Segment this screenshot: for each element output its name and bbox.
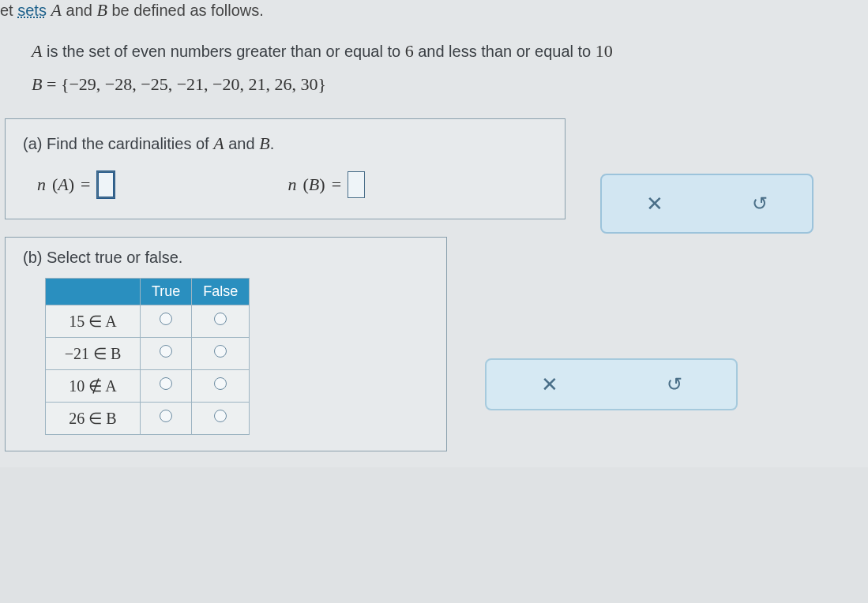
radio-false[interactable] (214, 377, 227, 390)
intro-line: et sets A and B be defined as follows. (0, 0, 868, 27)
def-B: B = {−29, −28, −25, −21, −20, 21, 26, 30… (32, 68, 868, 101)
radio-false[interactable] (214, 313, 227, 325)
table-header-false: False (192, 278, 250, 305)
var-A: A (51, 0, 62, 20)
reset-icon[interactable]: ↺ (667, 373, 682, 395)
nB-expression: n (B) = (288, 171, 366, 198)
row-expr: 26 ∈ B (46, 402, 141, 434)
radio-true[interactable] (160, 377, 172, 390)
table-header-blank (46, 278, 141, 305)
radio-false[interactable] (214, 345, 227, 358)
row-expr: 15 ∈ A (46, 305, 141, 337)
toolbox-a: ✕ ↺ (600, 174, 814, 234)
part-a-box: (a) Find the cardinalities of A and B. n… (5, 118, 566, 219)
row-expr: 10 ∉ A (46, 369, 141, 402)
close-icon[interactable]: ✕ (646, 192, 663, 216)
table-row: 15 ∈ A (46, 305, 250, 337)
radio-false[interactable] (214, 410, 227, 422)
part-b-box: (b) Select true or false. True False 15 … (5, 237, 447, 451)
radio-true[interactable] (160, 345, 172, 358)
radio-true[interactable] (160, 410, 172, 422)
intro-prefix: et (0, 2, 17, 19)
toolbox-b: ✕ ↺ (485, 358, 738, 410)
var-B: B (96, 0, 107, 20)
part-a-question: (a) Find the cardinalities of A and B. (23, 133, 550, 154)
part-b-question: (b) Select true or false. (23, 249, 432, 267)
close-icon[interactable]: ✕ (541, 373, 558, 397)
table-row: 26 ∈ B (46, 402, 250, 434)
row-expr: −21 ∈ B (46, 337, 141, 369)
definitions-block: A is the set of even numbers greater tha… (0, 27, 868, 118)
table-row: −21 ∈ B (46, 337, 250, 369)
sets-link[interactable]: sets (17, 2, 47, 19)
nA-input[interactable] (97, 171, 115, 198)
table-row: 10 ∉ A (46, 369, 250, 402)
table-header-true: True (141, 278, 192, 305)
true-false-table: True False 15 ∈ A −21 ∈ B 10 ∉ A 26 ∈ B (45, 278, 250, 435)
reset-icon[interactable]: ↺ (752, 193, 768, 215)
def-A: A is the set of even numbers greater tha… (32, 35, 868, 68)
nB-input[interactable] (348, 171, 365, 198)
nA-expression: n (A) = (37, 171, 115, 198)
radio-true[interactable] (160, 313, 172, 325)
